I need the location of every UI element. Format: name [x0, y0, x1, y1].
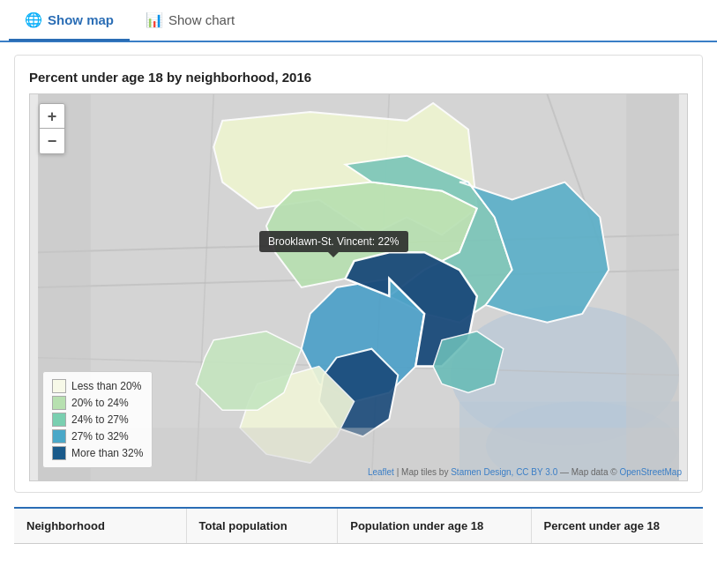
tab-show-map[interactable]: 🌐 Show map: [9, 1, 130, 41]
legend-swatch-1: [52, 396, 66, 410]
chart-icon: 📊: [146, 11, 163, 28]
legend-item-1: 20% to 24%: [52, 396, 143, 410]
stamen-link[interactable]: Stamen Design, CC BY 3.0: [451, 467, 557, 477]
attribution-middle: | Map tiles by: [397, 467, 452, 477]
legend-item-2: 24% to 27%: [52, 413, 143, 427]
col-header-pct-under-18: Percent under age 18: [532, 509, 704, 543]
zoom-out-button[interactable]: −: [40, 129, 64, 153]
col-header-neighborhood: Neighborhood: [14, 509, 187, 543]
tab-map-label: Show map: [48, 12, 114, 27]
legend-swatch-4: [52, 446, 66, 460]
legend-item-4: More than 32%: [52, 446, 143, 460]
legend-label-0: Less than 20%: [71, 380, 141, 392]
legend-swatch-2: [52, 413, 66, 427]
legend-label-4: More than 32%: [71, 447, 143, 459]
tab-show-chart[interactable]: 📊 Show chart: [130, 1, 250, 41]
table-header: Neighborhood Total population Population…: [14, 507, 703, 544]
svg-rect-21: [626, 94, 679, 480]
col-header-total-pop: Total population: [187, 509, 339, 543]
zoom-in-button[interactable]: +: [40, 104, 64, 129]
legend-item-0: Less than 20%: [52, 379, 143, 393]
map-container[interactable]: + − Brooklawn-St. Vincent: 22% Less than…: [29, 93, 688, 481]
legend-swatch-3: [52, 429, 66, 443]
legend-label-1: 20% to 24%: [71, 397, 129, 409]
map-icon: 🌐: [25, 11, 42, 28]
col-header-pop-under-18: Population under age 18: [338, 509, 531, 543]
leaflet-link[interactable]: Leaflet: [368, 467, 394, 477]
legend-label-3: 27% to 32%: [71, 430, 129, 443]
tab-chart-label: Show chart: [168, 12, 235, 27]
attribution-end: — Map data ©: [560, 467, 619, 477]
legend-item-3: 27% to 32%: [52, 429, 143, 443]
map-legend: Less than 20% 20% to 24% 24% to 27% 27% …: [42, 371, 153, 468]
map-card: Percent under age 18 by neighborhood, 20…: [14, 55, 703, 493]
osm-link[interactable]: OpenStreetMap: [619, 467, 682, 477]
tab-bar: 🌐 Show map 📊 Show chart: [0, 0, 717, 42]
main-content: Percent under age 18 by neighborhood, 20…: [0, 42, 717, 544]
legend-swatch-0: [52, 379, 66, 393]
map-title: Percent under age 18 by neighborhood, 20…: [29, 70, 688, 85]
legend-label-2: 24% to 27%: [71, 413, 129, 426]
map-attribution: Leaflet | Map tiles by Stamen Design, CC…: [368, 467, 682, 477]
zoom-controls: + −: [39, 103, 65, 154]
